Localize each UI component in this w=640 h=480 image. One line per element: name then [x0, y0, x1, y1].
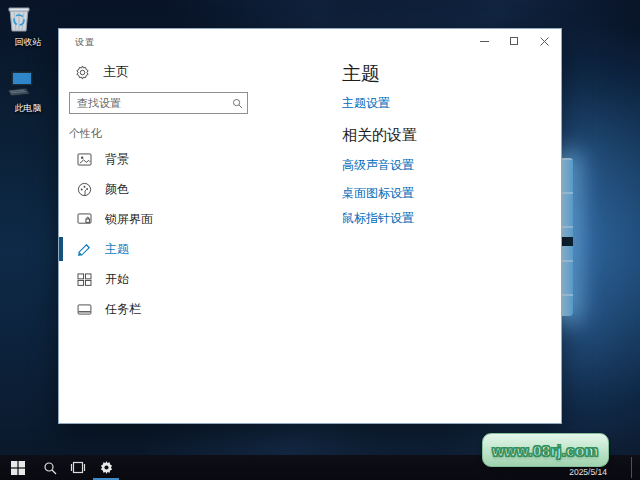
window-titlebar[interactable]: 设置 — [59, 29, 561, 53]
show-desktop-button[interactable] — [631, 457, 632, 478]
gear-icon — [99, 460, 114, 475]
lock-screen-icon — [76, 211, 92, 227]
start-button[interactable] — [2, 455, 34, 480]
this-pc-icon — [4, 68, 52, 100]
sidebar-item-label: 开始 — [105, 271, 129, 288]
minimize-icon — [480, 41, 489, 42]
watermark-text: www.08rj.com — [492, 442, 598, 459]
sidebar-item-lock-screen[interactable]: 锁屏界面 — [59, 204, 286, 234]
sidebar-item-colors[interactable]: 颜色 — [59, 174, 286, 204]
task-view-icon — [70, 461, 86, 474]
search-box[interactable] — [69, 92, 248, 114]
recycle-bin-icon — [4, 4, 52, 34]
sidebar-item-themes[interactable]: 主题 — [59, 234, 286, 264]
mouse-pointer-settings-link[interactable]: 鼠标指针设置 — [342, 210, 414, 227]
search-icon — [43, 461, 57, 475]
start-icon — [76, 271, 92, 287]
close-icon — [540, 37, 549, 46]
colors-icon — [76, 181, 92, 197]
background-icon — [76, 151, 92, 167]
desktop-icon-settings-link[interactable]: 桌面图标设置 — [342, 185, 414, 202]
sidebar-item-taskbar[interactable]: 任务栏 — [59, 294, 286, 324]
desktop-icon-recycle-bin[interactable]: 回收站 — [4, 4, 52, 49]
taskbar-settings-button[interactable] — [90, 455, 122, 480]
watermark-badge: www.08rj.com — [482, 433, 609, 467]
sidebar-nav: 背景 颜色 锁屏界面 — [59, 144, 286, 324]
themes-icon — [76, 241, 92, 257]
close-button[interactable] — [529, 29, 559, 53]
maximize-button[interactable] — [499, 29, 529, 53]
settings-window: 设置 主页 个性化 — [58, 28, 562, 424]
maximize-icon — [510, 37, 518, 45]
settings-content: 主题 主题设置 相关的设置 高级声音设置 桌面图标设置 鼠标指针设置 — [284, 53, 561, 423]
sidebar-item-label: 背景 — [105, 151, 129, 168]
desktop: 回收站 此电脑 设置 — [0, 0, 640, 480]
gear-icon — [75, 65, 90, 80]
sidebar-item-label: 任务栏 — [105, 301, 141, 318]
window-title: 设置 — [75, 36, 95, 49]
desktop-icon-this-pc[interactable]: 此电脑 — [4, 68, 52, 115]
sidebar-section-label: 个性化 — [69, 126, 102, 141]
sidebar-item-label: 主题 — [105, 241, 129, 258]
sidebar-item-label: 颜色 — [105, 181, 129, 198]
advanced-sound-settings-link[interactable]: 高级声音设置 — [342, 157, 414, 174]
page-title: 主题 — [342, 61, 380, 87]
sidebar-home-label: 主页 — [103, 63, 129, 81]
desktop-icon-label: 回收站 — [4, 36, 52, 49]
theme-settings-link[interactable]: 主题设置 — [342, 95, 390, 112]
search-icon[interactable] — [227, 98, 247, 109]
taskbar-icon — [76, 301, 92, 317]
sidebar-item-home[interactable]: 主页 — [75, 61, 129, 83]
settings-sidebar: 主页 个性化 背景 — [59, 53, 286, 423]
windows-logo-icon — [11, 461, 25, 475]
sidebar-item-label: 锁屏界面 — [105, 211, 153, 228]
related-settings-heading: 相关的设置 — [342, 126, 417, 145]
minimize-button[interactable] — [469, 29, 499, 53]
search-input[interactable] — [70, 97, 227, 109]
sidebar-item-start[interactable]: 开始 — [59, 264, 286, 294]
desktop-icon-label: 此电脑 — [4, 102, 52, 115]
tray-date[interactable]: 2025/5/14 — [569, 467, 607, 477]
sidebar-item-background[interactable]: 背景 — [59, 144, 286, 174]
window-controls — [469, 29, 559, 53]
